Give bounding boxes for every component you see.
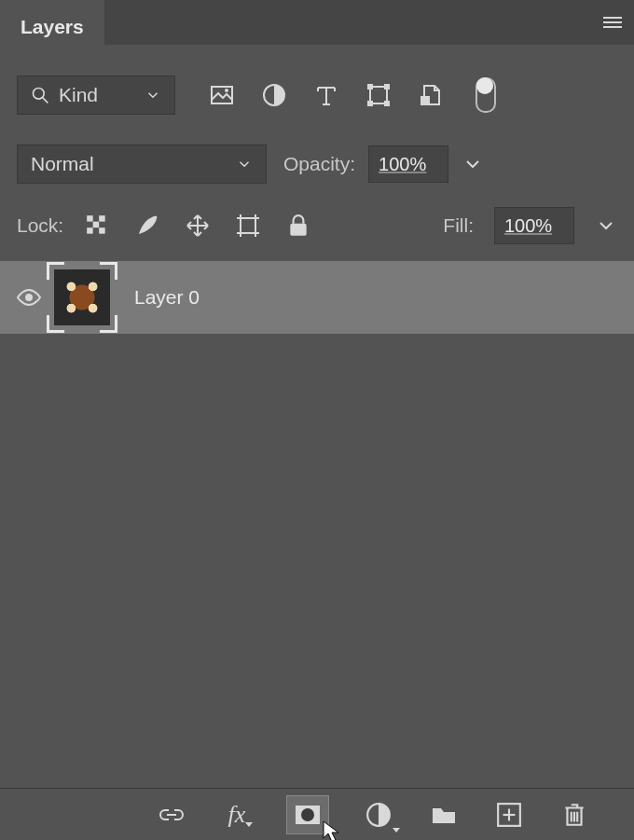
opacity-value-input[interactable]: 100% [368, 145, 448, 183]
link-layers-button[interactable] [156, 799, 187, 831]
chevron-down-icon [236, 156, 253, 172]
svg-rect-5 [212, 87, 232, 103]
layer-row[interactable]: Layer 0 [0, 261, 634, 334]
fill-value-input[interactable]: 100% [494, 207, 574, 244]
layer-visibility-toggle[interactable] [9, 288, 48, 307]
filter-smart-objects-icon[interactable] [418, 82, 444, 108]
svg-point-29 [25, 294, 33, 301]
opacity-slider-toggle[interactable] [462, 153, 484, 175]
blend-mode-dropdown[interactable]: Normal [17, 145, 267, 184]
svg-rect-9 [367, 84, 373, 90]
panel-tabbar: Layers [0, 0, 634, 45]
svg-rect-11 [367, 101, 373, 106]
svg-line-4 [43, 98, 48, 103]
folder-icon [431, 802, 457, 828]
link-icon [158, 802, 185, 828]
svg-rect-15 [99, 215, 105, 222]
svg-rect-17 [87, 227, 93, 234]
trash-icon [561, 802, 587, 828]
new-layer-button[interactable] [493, 799, 525, 831]
lock-position-icon[interactable] [185, 213, 211, 239]
half-circle-icon [365, 802, 392, 828]
layers-list: Layer 0 [0, 261, 634, 334]
plus-square-icon [496, 802, 522, 828]
layers-bottom-toolbar: fx [0, 788, 634, 840]
svg-rect-28 [291, 224, 307, 236]
svg-point-6 [225, 89, 228, 92]
filter-adjustment-layers-icon[interactable] [261, 82, 287, 108]
filter-shape-layers-icon[interactable] [365, 82, 392, 108]
layer-mask-button[interactable] [286, 795, 329, 834]
chevron-down-icon [145, 87, 161, 103]
svg-rect-13 [420, 96, 430, 105]
svg-rect-19 [241, 218, 255, 233]
svg-rect-12 [384, 101, 390, 106]
filter-kind-dropdown[interactable]: Kind [17, 76, 175, 115]
adjustment-layer-button[interactable] [363, 799, 394, 831]
filter-pixel-layers-icon[interactable] [209, 82, 235, 108]
svg-rect-16 [93, 222, 100, 228]
fill-label[interactable]: Fill: [443, 214, 474, 237]
mask-icon [295, 802, 321, 828]
svg-rect-18 [99, 227, 105, 234]
search-icon [31, 86, 49, 104]
layer-style-button[interactable]: fx [221, 799, 253, 831]
lock-transparency-icon[interactable] [84, 213, 110, 239]
filter-toggle[interactable] [476, 77, 496, 113]
fill-slider-toggle[interactable] [595, 214, 617, 237]
layers-panel: Layers Kind Normal Opacity: 100% Lo [0, 0, 634, 840]
tab-layers[interactable]: Layers [0, 0, 104, 45]
lock-artboard-icon[interactable] [235, 213, 261, 239]
layer-thumbnail[interactable] [48, 264, 116, 331]
new-group-button[interactable] [428, 799, 460, 831]
lock-all-icon[interactable] [285, 213, 311, 239]
filter-type-layers-icon[interactable] [313, 82, 339, 108]
smart-object-corners-icon [48, 264, 116, 331]
blend-mode-value: Normal [31, 153, 236, 175]
opacity-label[interactable]: Opacity: [283, 153, 355, 175]
svg-point-3 [34, 89, 45, 100]
layer-filter-row: Kind [0, 73, 634, 117]
blend-row: Normal Opacity: 100% [0, 144, 634, 185]
delete-layer-button[interactable] [558, 799, 590, 831]
layer-name-label[interactable]: Layer 0 [134, 286, 200, 309]
lock-pixels-icon[interactable] [134, 213, 160, 239]
fx-icon: fx [228, 801, 246, 829]
panel-menu-button[interactable] [591, 0, 634, 45]
lock-row: Lock: Fill: 100% [0, 205, 634, 246]
lock-label: Lock: [17, 214, 63, 237]
svg-point-31 [301, 808, 314, 821]
svg-rect-14 [87, 215, 93, 222]
eye-icon [16, 288, 42, 307]
svg-rect-10 [384, 84, 390, 90]
filter-kind-label: Kind [59, 84, 135, 106]
